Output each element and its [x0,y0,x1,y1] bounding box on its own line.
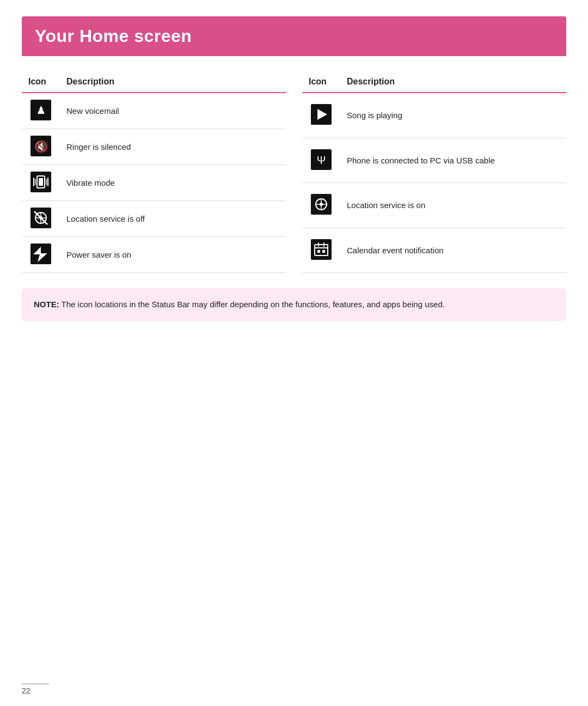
location-on-icon [302,183,340,228]
ringer-silenced-icon: 🔇 [22,129,60,165]
left-desc-header: Description [60,71,286,93]
row-description: Song is playing [340,93,566,138]
svg-text:🔇: 🔇 [34,140,48,153]
row-description: Location service is on [340,183,566,228]
row-description: Power saver is on [60,237,286,273]
location-off-icon [22,201,60,237]
table-row: Vibrate mode [22,165,286,201]
page-number-container: 22 [22,684,49,695]
page-number: 22 [22,686,30,695]
table-row: Location service is off [22,201,286,237]
svg-rect-6 [39,178,43,186]
right-icon-header: Icon [302,71,340,93]
svg-text:♟: ♟ [36,105,45,116]
row-description: Location service is off [60,201,286,237]
svg-rect-33 [317,250,320,253]
table-row: Song is playing [302,93,566,138]
vibrate-mode-icon [22,165,60,201]
row-description: Phone is connected to PC via USB cable [340,138,566,182]
svg-rect-34 [322,250,325,253]
power-saver-icon [22,237,60,273]
table-row: ♟New voicemail [22,93,286,129]
svg-text:Ψ: Ψ [317,154,326,166]
table-row: Calendar event notification [302,228,566,272]
right-table: Icon Description Song is playingΨPhone i… [302,71,566,273]
row-description: Vibrate mode [60,165,286,201]
table-row: ΨPhone is connected to PC via USB cable [302,138,566,182]
note-box: NOTE: The icon locations in the Status B… [22,288,566,321]
table-divider [286,71,302,273]
page-container: Your Home screen Icon Description ♟New v… [0,0,588,354]
note-text: The icon locations in the Status Bar may… [59,300,445,309]
voicemail-icon: ♟ [22,93,60,129]
calendar-event-icon [302,228,340,272]
row-description: Calendar event notification [340,228,566,272]
table-row: Power saver is on [22,237,286,273]
right-desc-header: Description [340,71,566,93]
svg-point-27 [320,203,323,206]
table-row: 🔇Ringer is silenced [22,129,286,165]
page-title: Your Home screen [35,26,192,46]
row-description: Ringer is silenced [60,129,286,165]
left-table: Icon Description ♟New voicemail🔇Ringer i… [22,71,286,273]
note-label: NOTE: [34,300,59,309]
table-row: Location service is on [302,183,566,228]
left-icon-header: Icon [22,71,60,93]
header-box: Your Home screen [22,16,566,56]
usb-connected-icon: Ψ [302,138,340,182]
main-table-wrapper: Icon Description ♟New voicemail🔇Ringer i… [22,71,566,273]
song-playing-icon [302,93,340,138]
row-description: New voicemail [60,93,286,129]
svg-rect-28 [311,239,332,260]
